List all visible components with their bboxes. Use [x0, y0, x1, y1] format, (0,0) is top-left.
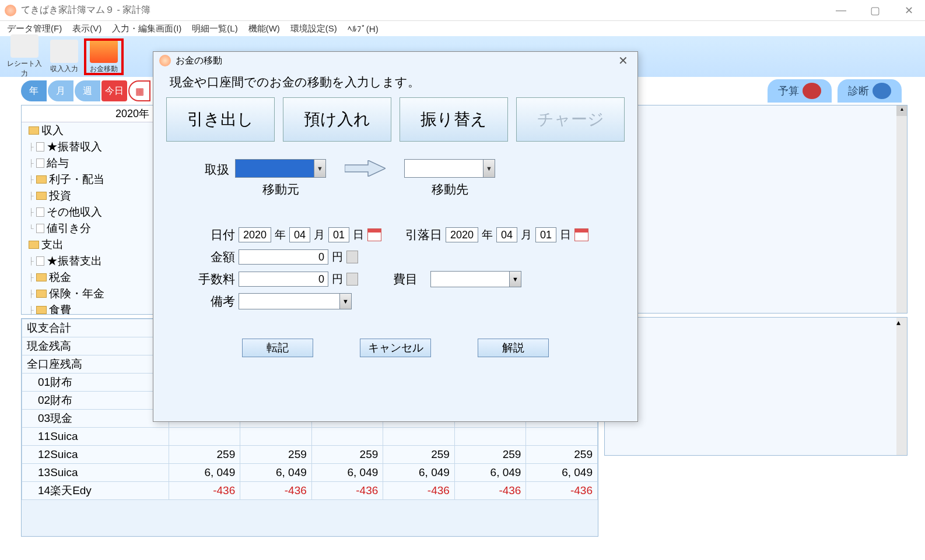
debit-month-input[interactable]: [496, 227, 517, 242]
toolbar-income-input[interactable]: 収入入力: [45, 40, 83, 74]
nav-week[interactable]: 週: [75, 80, 100, 101]
cell-value: 6, 049: [240, 464, 312, 482]
tree-item[interactable]: ├利子・配当: [29, 171, 155, 188]
toolbar-money-transfer[interactable]: お金移動: [85, 40, 122, 74]
stethoscope-icon: [873, 83, 891, 99]
cell-value: -436: [454, 482, 526, 500]
cell-value: 259: [240, 446, 312, 464]
toolbar-income-label: 収入入力: [50, 65, 78, 73]
row-label: 11Suica: [22, 428, 169, 446]
nav-today[interactable]: 今日: [101, 80, 127, 101]
label-memo: 備考: [194, 293, 235, 309]
toolbar-receipt-input[interactable]: レシート入力: [6, 34, 43, 79]
fee-input[interactable]: [239, 272, 328, 287]
tab-budget-label: 予算: [778, 84, 799, 98]
menu-help[interactable]: ﾍﾙﾌﾟ(H): [348, 24, 379, 34]
scrollbar[interactable]: ▴: [896, 318, 907, 455]
label-debit-date: 引落日: [398, 227, 442, 243]
calendar-icon[interactable]: [367, 228, 381, 241]
doc-icon: [36, 224, 44, 233]
label-date: 日付: [194, 227, 235, 243]
tab-budget[interactable]: 予算: [768, 79, 832, 103]
nav-calendar-icon[interactable]: ▦: [128, 80, 150, 101]
dest-account-select[interactable]: ▼: [404, 159, 495, 178]
post-button[interactable]: 転記: [242, 339, 313, 357]
cell-value: 259: [454, 446, 526, 464]
row-label: 03現金: [22, 410, 169, 428]
maximize-button[interactable]: ▢: [863, 4, 887, 17]
source-account-select[interactable]: ▼: [235, 159, 326, 178]
label-category: 費目: [393, 271, 418, 287]
help-button[interactable]: 解説: [478, 339, 549, 357]
category-select[interactable]: ▼: [430, 271, 521, 287]
menu-view[interactable]: 表示(V): [72, 23, 101, 34]
nav-year[interactable]: 年: [21, 80, 47, 101]
tree-item[interactable]: ├食費: [29, 302, 155, 314]
tree-item[interactable]: ├税金: [29, 269, 155, 286]
tab-withdraw[interactable]: 引き出し: [166, 97, 275, 142]
cell-value: [526, 428, 598, 446]
menu-func[interactable]: 機能(W): [248, 23, 280, 34]
dialog-tabs: 引き出し 預け入れ 振り替え チャージ: [153, 97, 637, 142]
calendar-icon[interactable]: [574, 228, 588, 241]
table-row: 11Suica: [22, 428, 598, 446]
cell-value: -436: [240, 482, 312, 500]
menu-detail[interactable]: 明細一覧(L): [192, 23, 237, 34]
tree-item[interactable]: ├給与: [29, 155, 155, 171]
dialog-close-button[interactable]: ✕: [614, 54, 632, 68]
debit-day-input[interactable]: [535, 227, 556, 242]
label-handling: 取扱: [194, 161, 229, 178]
row-label: 全口座残高: [22, 355, 169, 374]
dialog-description: 現金や口座間でのお金の移動を入力します。: [153, 69, 637, 97]
calculator-icon[interactable]: [346, 251, 358, 263]
menu-bar: データ管理(F) 表示(V) 入力・編集画面(I) 明細一覧(L) 機能(W) …: [0, 21, 925, 36]
date-day-input[interactable]: [328, 227, 349, 242]
source-label: 移動元: [235, 181, 326, 198]
unit-month: 月: [521, 227, 532, 242]
menu-data[interactable]: データ管理(F): [7, 23, 62, 34]
date-month-input[interactable]: [289, 227, 310, 242]
minimize-button[interactable]: —: [829, 4, 853, 17]
unit-day: 日: [353, 227, 364, 242]
tab-transfer[interactable]: 振り替え: [400, 97, 508, 142]
tree-item[interactable]: ├投資: [29, 188, 155, 204]
date-year-input[interactable]: [239, 227, 271, 242]
right-panel-top: ▴: [604, 105, 908, 314]
category-tree[interactable]: 2020年 収入 ├★振替収入 ├給与 ├利子・配当 ├投資 ├その他収入 └値…: [22, 105, 156, 314]
amount-input[interactable]: [239, 249, 328, 265]
scroll-up-icon[interactable]: ▴: [896, 318, 907, 327]
scroll-up-icon[interactable]: ▴: [896, 105, 907, 116]
table-row: 12Suica259259259259259259: [22, 446, 598, 464]
cell-value: -436: [311, 482, 383, 500]
tab-charge[interactable]: チャージ: [516, 97, 625, 142]
tree-item[interactable]: ├保険・年金: [29, 286, 155, 302]
nav-month[interactable]: 月: [48, 80, 73, 101]
tree-expense-root[interactable]: 支出: [29, 237, 155, 253]
tab-deposit[interactable]: 預け入れ: [283, 97, 391, 142]
tree-item[interactable]: ├その他収入: [29, 204, 155, 220]
tree-income-root[interactable]: 収入: [29, 122, 155, 139]
tab-diagnosis[interactable]: 診断: [838, 79, 902, 103]
chevron-down-icon: ▼: [509, 272, 521, 287]
cell-value: [311, 428, 383, 446]
debit-year-input[interactable]: [446, 227, 478, 242]
tree-item[interactable]: └値引き分: [29, 220, 155, 237]
memo-combo[interactable]: ▼: [239, 293, 352, 309]
cell-value: 6, 049: [454, 464, 526, 482]
row-label: 01財布: [22, 374, 169, 392]
row-label: 13Suica: [22, 464, 169, 482]
folder-icon: [36, 290, 47, 298]
tree-item[interactable]: ├★振替収入: [29, 139, 155, 155]
label-fee: 手数料: [194, 271, 235, 287]
tab-diag-label: 診断: [848, 84, 869, 98]
calculator-icon[interactable]: [346, 273, 358, 286]
menu-env[interactable]: 環境設定(S): [290, 23, 337, 34]
cancel-button[interactable]: キャンセル: [360, 339, 431, 357]
tree-item[interactable]: ├★振替支出: [29, 253, 155, 269]
cell-value: -436: [383, 482, 455, 500]
doc-icon: [36, 159, 44, 168]
menu-input[interactable]: 入力・編集画面(I): [112, 23, 181, 34]
close-button[interactable]: ✕: [897, 4, 920, 17]
right-panel-bottom: ▴: [604, 317, 908, 456]
scrollbar[interactable]: ▴: [896, 105, 907, 313]
